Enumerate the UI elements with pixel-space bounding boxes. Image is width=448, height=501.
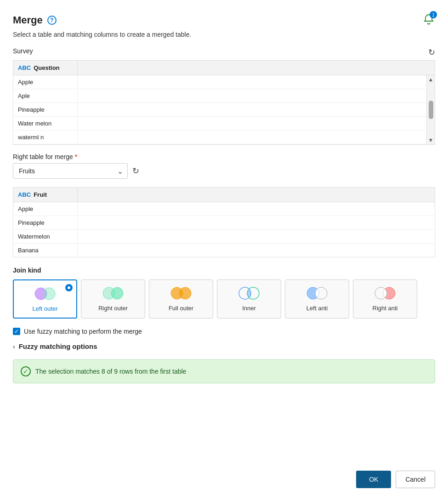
right-table-label: Right table for merge *	[13, 153, 77, 160]
join-option-full-outer[interactable]: Full outer	[149, 279, 213, 319]
ok-button[interactable]: OK	[356, 471, 391, 488]
table-row[interactable]: Pineapple	[13, 216, 435, 230]
fruits-cell[interactable]: Watermelon	[13, 230, 78, 243]
svg-point-3	[111, 287, 123, 299]
fruits-cell[interactable]: Pineapple	[13, 216, 78, 229]
survey-cell[interactable]: Pineapple	[13, 103, 78, 116]
table-row[interactable]: Aple	[13, 89, 435, 103]
fruits-column-label: Fruit	[34, 191, 47, 198]
survey-section-header: Survey ↻	[13, 47, 435, 57]
table-row[interactable]: waterml n	[13, 131, 435, 144]
survey-column-header: ABC Question	[13, 61, 78, 75]
right-table-refresh-icon[interactable]: ↻	[132, 166, 139, 176]
survey-refresh-icon[interactable]: ↻	[428, 47, 435, 57]
survey-table-body: Apple Aple Pineapple Water melon waterml…	[13, 75, 435, 144]
title-row: Merge ?	[13, 14, 57, 26]
scroll-thumb[interactable]	[429, 101, 433, 119]
dialog-header: Merge ? 1	[13, 13, 435, 27]
join-option-label: Right anti	[373, 305, 398, 312]
svg-point-1	[43, 288, 55, 300]
scroll-down-icon[interactable]: ▼	[428, 137, 434, 143]
join-option-inner[interactable]: Inner	[217, 279, 281, 319]
survey-cell[interactable]: waterml n	[13, 131, 78, 144]
survey-abc-icon: ABC	[18, 64, 31, 71]
selected-radio	[65, 284, 73, 291]
fruits-cell[interactable]: Banana	[13, 244, 78, 257]
survey-table-header: ABC Question	[13, 61, 435, 75]
venn-left-outer	[33, 286, 57, 302]
survey-cell[interactable]: Water melon	[13, 117, 78, 130]
notification-icon[interactable]: 1	[422, 13, 435, 27]
merge-dialog: Merge ? 1 Select a table and matching co…	[0, 0, 448, 501]
required-star: *	[75, 153, 77, 160]
fruits-table-body: Apple Pineapple Watermelon Banana	[13, 202, 435, 257]
venn-inner	[237, 285, 261, 301]
fuzzy-options-label: Fuzzy matching options	[19, 342, 97, 350]
svg-point-5	[179, 287, 191, 299]
venn-full-outer	[169, 285, 193, 301]
success-icon: ✓	[21, 366, 31, 376]
survey-cell[interactable]: Apple	[13, 75, 78, 89]
notification-badge: 1	[430, 11, 437, 18]
survey-cell[interactable]: Aple	[13, 89, 78, 102]
success-message: The selection matches 8 of 9 rows from t…	[35, 368, 186, 375]
join-option-right-outer[interactable]: Right outer	[81, 279, 145, 319]
fruits-cell[interactable]: Apple	[13, 202, 78, 216]
fuzzy-matching-options-toggle[interactable]: › Fuzzy matching options	[13, 342, 435, 350]
join-option-label: Left anti	[306, 305, 328, 312]
fuzzy-label: Use fuzzy matching to perform the merge	[24, 328, 142, 335]
cancel-button[interactable]: Cancel	[396, 471, 435, 488]
fruits-column-header: ABC Fruit	[13, 188, 78, 202]
dialog-subtitle: Select a table and matching columns to c…	[13, 31, 435, 38]
right-table-dropdown[interactable]: Fruits Survey	[13, 163, 128, 179]
join-option-label: Left outer	[33, 305, 58, 312]
right-table-controls: Fruits Survey ⌄ ↻	[13, 163, 435, 179]
fuzzy-checkbox[interactable]: ✓	[13, 328, 20, 335]
survey-table: ABC Question Apple Aple Pineapple Water …	[13, 60, 435, 145]
fruits-abc-icon: ABC	[18, 191, 31, 198]
join-kind-label: Join kind	[13, 267, 435, 274]
scrollbar[interactable]: ▲ ▼	[426, 75, 435, 144]
table-row[interactable]: Watermelon	[13, 230, 435, 244]
fruits-table: ABC Fruit Apple Pineapple Watermelon Ban…	[13, 187, 435, 257]
table-row[interactable]: Apple	[13, 75, 435, 89]
survey-label: Survey	[13, 47, 33, 55]
join-option-label: Right outer	[98, 305, 128, 312]
help-icon[interactable]: ?	[47, 16, 57, 25]
join-option-right-anti[interactable]: Right anti	[353, 279, 417, 319]
right-table-section: Right table for merge * Fruits Survey ⌄ …	[13, 153, 435, 182]
dialog-title: Merge	[13, 14, 43, 26]
join-options: Left outer Right outer Full outer	[13, 279, 435, 319]
checkbox-check-icon: ✓	[14, 328, 19, 335]
survey-column-label: Question	[34, 64, 59, 71]
table-row[interactable]: Pineapple	[13, 103, 435, 117]
venn-right-anti	[373, 285, 397, 301]
join-option-left-anti[interactable]: Left anti	[285, 279, 349, 319]
table-row[interactable]: Water melon	[13, 117, 435, 131]
scroll-up-icon[interactable]: ▲	[428, 76, 434, 83]
fuzzy-checkbox-row[interactable]: ✓ Use fuzzy matching to perform the merg…	[13, 328, 435, 335]
join-option-label: Inner	[242, 305, 256, 312]
success-banner: ✓ The selection matches 8 of 9 rows from…	[13, 359, 435, 383]
right-table-dropdown-wrapper: Fruits Survey ⌄	[13, 163, 128, 179]
table-row[interactable]: Apple	[13, 202, 435, 216]
join-option-left-outer[interactable]: Left outer	[13, 279, 77, 319]
table-row[interactable]: Banana	[13, 244, 435, 257]
chevron-right-icon: ›	[13, 343, 15, 350]
bottom-buttons: OK Cancel	[13, 466, 435, 488]
fruits-table-header: ABC Fruit	[13, 188, 435, 202]
right-table-header: Right table for merge *	[13, 153, 435, 160]
venn-left-anti	[305, 285, 329, 301]
venn-right-outer	[101, 285, 125, 301]
join-option-label: Full outer	[169, 305, 193, 312]
